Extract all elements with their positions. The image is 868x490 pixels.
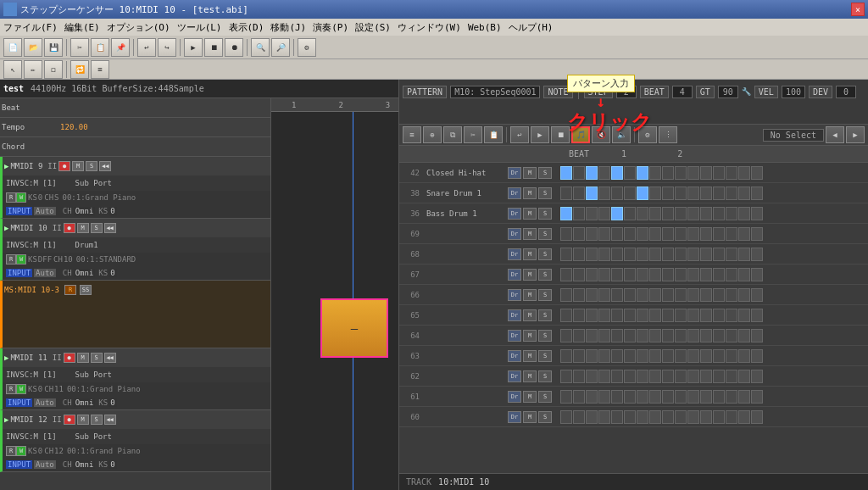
step-button-7[interactable] (649, 309, 661, 322)
seq-s-btn[interactable]: S (538, 370, 552, 382)
rw-btn-11[interactable]: R (6, 384, 16, 394)
menu-item[interactable]: 移動(J) (270, 21, 306, 34)
seq-play-btn[interactable]: ▶ (531, 126, 549, 143)
step-button-1[interactable] (573, 329, 585, 342)
solo-btn-9[interactable]: S (86, 161, 97, 171)
seq-dr-btn[interactable]: Dr (508, 330, 521, 342)
midi-clip-ms[interactable]: — (320, 298, 388, 358)
step-button-8[interactable] (662, 187, 674, 200)
seq-s-btn[interactable]: S (538, 167, 552, 179)
seq-m-btn[interactable]: M (523, 187, 537, 199)
menu-item[interactable]: 表示(D) (229, 21, 264, 34)
step-button-11[interactable] (700, 268, 712, 281)
step-button-9[interactable] (675, 349, 687, 363)
step-button-4[interactable] (611, 187, 623, 200)
step-button-15[interactable] (751, 227, 763, 241)
step-button-12[interactable] (713, 166, 725, 180)
expand-btn-11[interactable]: ◀◀ (104, 353, 116, 363)
step-button-0[interactable] (560, 207, 572, 220)
step-button-5[interactable] (624, 329, 636, 342)
step-button-1[interactable] (573, 166, 585, 180)
step-button-1[interactable] (573, 410, 585, 424)
step-button-0[interactable] (560, 187, 572, 200)
step-button-14[interactable] (738, 309, 750, 322)
step-button-13[interactable] (726, 288, 737, 302)
redo-button[interactable]: ↪ (158, 38, 176, 57)
step-button-1[interactable] (573, 390, 585, 404)
seq-m-btn[interactable]: M (523, 289, 537, 301)
seq-s-btn[interactable]: S (538, 289, 552, 301)
step-button-0[interactable] (560, 166, 572, 180)
seq-s-btn[interactable]: S (538, 391, 552, 403)
step-button-13[interactable] (726, 248, 737, 261)
seq-m-btn[interactable]: M (523, 330, 537, 342)
step-button-15[interactable] (751, 207, 763, 220)
seq-dr-btn[interactable]: Dr (508, 187, 521, 199)
step-button-9[interactable] (675, 309, 687, 322)
step-button-2[interactable] (586, 390, 598, 404)
seq-m-btn[interactable]: M (523, 167, 537, 179)
step-button-0[interactable] (560, 349, 572, 363)
step-button-11[interactable] (700, 410, 712, 424)
step-button-4[interactable] (611, 390, 623, 404)
step-button-0[interactable] (560, 268, 572, 281)
seq-s-btn[interactable]: S (538, 228, 552, 240)
step-button-13[interactable] (726, 187, 737, 200)
step-button-0[interactable] (560, 329, 572, 342)
save-button[interactable]: 💾 (44, 38, 63, 57)
step-button-8[interactable] (662, 329, 674, 342)
seq-m-btn[interactable]: M (523, 248, 537, 260)
step-button-1[interactable] (573, 349, 585, 363)
step-button-2[interactable] (586, 187, 598, 200)
step-button-10[interactable] (687, 187, 699, 200)
step-button-15[interactable] (751, 329, 763, 342)
step-button-4[interactable] (611, 349, 623, 363)
seq-s-btn[interactable]: S (538, 411, 552, 423)
step-button-8[interactable] (662, 268, 674, 281)
step-button-6[interactable] (637, 329, 648, 342)
seq-copy-btn[interactable]: ⧉ (443, 126, 462, 143)
step-button-3[interactable] (598, 248, 610, 261)
step-button-14[interactable] (738, 288, 750, 302)
step-button-12[interactable] (713, 288, 725, 302)
seq-mute-btn[interactable]: 🔇 (592, 126, 610, 143)
step-button-0[interactable] (560, 288, 572, 302)
step-button-14[interactable] (738, 248, 750, 261)
step-button-7[interactable] (649, 166, 661, 180)
step-button-4[interactable] (611, 166, 623, 180)
step-button-9[interactable] (675, 248, 687, 261)
step-button-14[interactable] (738, 370, 750, 383)
step-button-7[interactable] (649, 410, 661, 424)
step-button-9[interactable] (675, 187, 687, 200)
step-button-3[interactable] (598, 329, 610, 342)
step-button-2[interactable] (586, 166, 598, 180)
step-button-14[interactable] (738, 227, 750, 241)
step-button-12[interactable] (713, 227, 725, 241)
step-button-9[interactable] (675, 288, 687, 302)
step-button-7[interactable] (649, 227, 661, 241)
solo-btn-12[interactable]: S (91, 415, 103, 425)
mute-btn-12[interactable]: M (77, 415, 89, 425)
step-button-14[interactable] (738, 268, 750, 281)
menu-item[interactable]: オプション(O) (107, 21, 170, 34)
solo-btn-10[interactable]: S (91, 223, 103, 233)
step-button-4[interactable] (611, 248, 623, 261)
step-button-6[interactable] (637, 207, 648, 220)
step-button-3[interactable] (598, 309, 610, 322)
seq-gt-val[interactable]: 90 (718, 86, 738, 98)
step-button-2[interactable] (586, 410, 598, 424)
step-button-10[interactable] (687, 288, 699, 302)
seq-paste-btn[interactable]: 📋 (484, 126, 503, 143)
mute-btn-9[interactable]: M (72, 161, 84, 171)
seq-more-btn[interactable]: ⋮ (659, 126, 677, 143)
undo-button[interactable]: ↩ (137, 38, 156, 57)
step-button-3[interactable] (598, 207, 610, 220)
step-button-9[interactable] (675, 390, 687, 404)
step-button-8[interactable] (662, 166, 674, 180)
step-button-11[interactable] (700, 309, 712, 322)
expand-btn-12[interactable]: ◀◀ (104, 415, 116, 425)
step-button-9[interactable] (675, 370, 687, 383)
zoom-in-button[interactable]: 🔍 (251, 38, 270, 57)
expand-btn-9[interactable]: ◀◀ (99, 161, 111, 171)
step-button-7[interactable] (649, 207, 661, 220)
